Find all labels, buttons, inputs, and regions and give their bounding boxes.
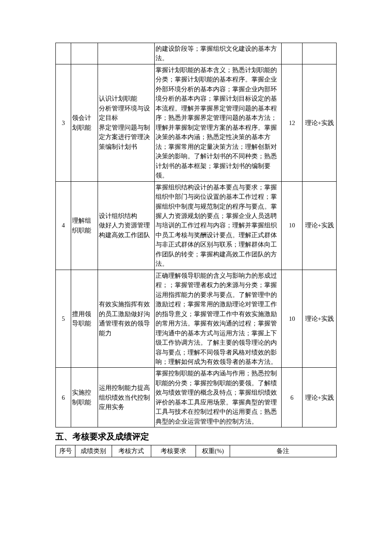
header-req: 考核要求 xyxy=(151,445,196,457)
cell-mode: 理论+实践 xyxy=(303,270,337,368)
cell-mode: 理论+实践 xyxy=(303,181,337,270)
cell-items xyxy=(98,43,154,64)
cell-hours: 6 xyxy=(281,368,303,427)
cell-num: 3 xyxy=(56,64,71,181)
cell-mode: 理论+实践 xyxy=(303,64,337,181)
table-row: 6 实施控制职能 运用控制能力提高组织绩效当代控制应用实务 掌握控制职能的基本内… xyxy=(56,368,337,427)
cell-req: 掌握组织结构设计的基本要点与要求；掌握组织中部门与岗位设置的基本工作过程；掌握组… xyxy=(154,181,281,270)
table-row: 4 理解组织职能 设计组织结构 做好人力资源管理 构建高效工作团队 掌握组织结构… xyxy=(56,181,337,270)
cell-req: 的建设阶段等；掌握组织文化建设的基本方法。 xyxy=(154,43,281,64)
cell-name: 领会计划职能 xyxy=(71,64,98,181)
cell-hours: 10 xyxy=(281,181,303,270)
cell-req: 正确理解领导职能的含义与影响力的形成过程；；掌握管理者权力的来源与分类；掌握运用… xyxy=(154,270,281,368)
cell-items: 有效实施指挥有效的员工激励做好沟通管理有效的领导能力 xyxy=(98,270,154,368)
cell-hours: 10 xyxy=(281,270,303,368)
cell-name: 理解组织职能 xyxy=(71,181,98,270)
cell-mode: 理论+实践 xyxy=(303,368,337,427)
cell-req: 掌握计划职能的基本含义；熟悉计划职能的分类；掌握计划职能的基本程序。掌握企业外部… xyxy=(154,64,281,181)
cell-name: 实施控制职能 xyxy=(71,368,98,427)
cell-num xyxy=(56,43,71,64)
table-header-row: 序号 成绩类别 考核方式 考核要求 权重(%) 备注 xyxy=(56,445,337,457)
cell-hours: 12 xyxy=(281,64,303,181)
cell-hours xyxy=(281,43,303,64)
header-weight: 权重(%) xyxy=(196,445,230,457)
header-method: 考核方式 xyxy=(112,445,151,457)
header-seq: 序号 xyxy=(56,445,75,457)
course-content-table: 的建设阶段等；掌握组织文化建设的基本方法。 3 领会计划职能 认识计划职能 分析… xyxy=(55,43,337,427)
cell-num: 6 xyxy=(56,368,71,427)
cell-items: 设计组织结构 做好人力资源管理 构建高效工作团队 xyxy=(98,181,154,270)
table-row: 5 擅用领导职能 有效实施指挥有效的员工激励做好沟通管理有效的领导能力 正确理解… xyxy=(56,270,337,368)
table-row: 的建设阶段等；掌握组织文化建设的基本方法。 xyxy=(56,43,337,64)
cell-mode xyxy=(303,43,337,64)
cell-items: 认识计划职能 分析管理环境与设定目标 界定管理问题与制定方案进行管理决策编制计划… xyxy=(98,64,154,181)
header-remark: 备注 xyxy=(230,445,336,457)
cell-name xyxy=(71,43,98,64)
table-row: 3 领会计划职能 认识计划职能 分析管理环境与设定目标 界定管理问题与制定方案进… xyxy=(56,64,337,181)
cell-items: 运用控制能力提高组织绩效当代控制应用实务 xyxy=(98,368,154,427)
cell-name: 擅用领导职能 xyxy=(71,270,98,368)
section-heading: 五、考核要求及成绩评定 xyxy=(55,430,337,443)
header-type: 成绩类别 xyxy=(75,445,112,457)
assessment-table: 序号 成绩类别 考核方式 考核要求 权重(%) 备注 xyxy=(55,445,337,457)
cell-req: 掌握控制职能的基本内涵与作用；熟悉控制职能的分类；掌握控制职能的要领。了解绩效与… xyxy=(154,368,281,427)
cell-num: 4 xyxy=(56,181,71,270)
cell-num: 5 xyxy=(56,270,71,368)
